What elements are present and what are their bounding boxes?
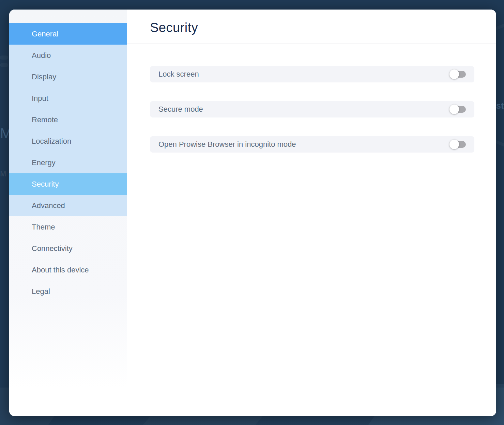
lock-screen-row[interactable]: Lock screen [150, 66, 474, 82]
sidebar-item-label: Localization [32, 137, 71, 146]
lock-screen-label: Lock screen [158, 70, 199, 79]
incognito-mode-row[interactable]: Open Prowise Browser in incognito mode [150, 136, 474, 153]
security-settings-list: Lock screen Secure mode Open Prowise Bro… [127, 44, 496, 171]
sidebar-item-theme[interactable]: Theme [9, 216, 127, 238]
incognito-mode-label: Open Prowise Browser in incognito mode [158, 140, 296, 149]
sidebar-item-localization[interactable]: Localization [9, 130, 127, 152]
sidebar-item-connectivity[interactable]: Connectivity [9, 238, 127, 259]
sidebar-item-security[interactable]: Security [9, 173, 127, 195]
sidebar-item-label: Security [32, 180, 59, 189]
sidebar-item-label: Audio [32, 51, 51, 60]
secure-mode-toggle[interactable] [449, 105, 466, 114]
secure-mode-label: Secure mode [158, 105, 203, 114]
sidebar-item-energy[interactable]: Energy [9, 152, 127, 173]
lock-screen-toggle[interactable] [449, 69, 466, 79]
sidebar-item-legal[interactable]: Legal [9, 281, 127, 302]
sidebar-item-general[interactable]: General [9, 23, 127, 45]
sidebar-item-about-this-device[interactable]: About this device [9, 259, 127, 281]
sidebar-item-label: Display [32, 73, 56, 81]
sidebar-item-label: About this device [32, 266, 89, 274]
backdrop-clipped-text: Mi [0, 125, 9, 142]
sidebar-top-spacer [9, 10, 127, 23]
sidebar-item-label: Legal [32, 287, 50, 296]
backdrop-bar-shape [0, 63, 8, 67]
sidebar-item-display[interactable]: Display [9, 66, 127, 88]
sidebar-item-label: Remote [32, 115, 58, 124]
settings-main-panel: Security Lock screen Secure mode Open Pr… [127, 10, 496, 416]
toggle-knob [449, 140, 459, 149]
settings-dialog: General Audio Display Input Remote Local… [9, 10, 496, 416]
secure-mode-row[interactable]: Secure mode [150, 101, 474, 117]
page-title: Security [150, 20, 198, 35]
sidebar-item-input[interactable]: Input [9, 88, 127, 109]
settings-sidebar: General Audio Display Input Remote Local… [9, 10, 127, 416]
toggle-knob [449, 69, 459, 79]
sidebar-item-label: General [32, 30, 58, 38]
sidebar-item-label: Advanced [32, 201, 65, 210]
sidebar-item-advanced[interactable]: Advanced [9, 195, 127, 216]
sidebar-item-label: Input [32, 94, 48, 103]
sidebar-item-remote[interactable]: Remote [9, 109, 127, 130]
backdrop-clipped-text: M [0, 170, 9, 178]
backdrop-bar-shape [0, 56, 8, 60]
sidebar-item-label: Theme [32, 223, 55, 232]
backdrop-diagonal-shape [143, 416, 263, 425]
sidebar-item-label: Connectivity [32, 244, 73, 253]
main-header: Security [127, 10, 496, 44]
toggle-knob [449, 105, 459, 114]
sidebar-item-audio[interactable]: Audio [9, 45, 127, 66]
incognito-mode-toggle[interactable] [449, 140, 466, 149]
sidebar-item-label: Energy [32, 158, 56, 167]
